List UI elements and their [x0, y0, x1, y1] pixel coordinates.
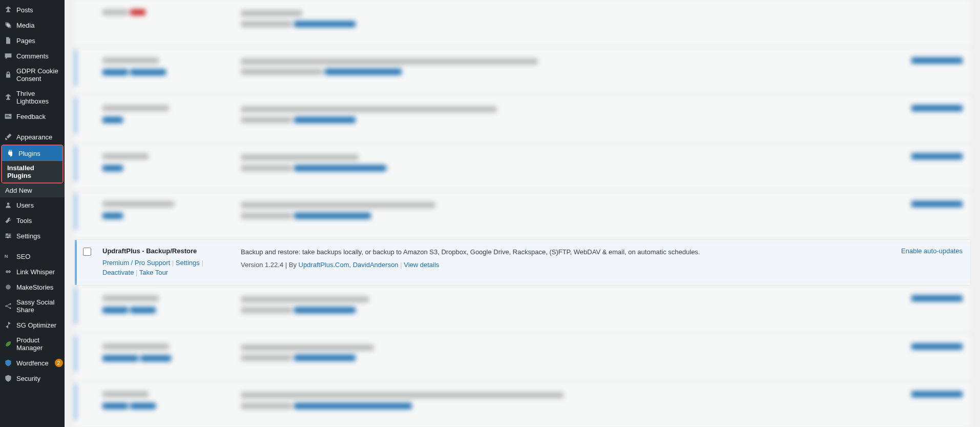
share-icon [4, 302, 12, 310]
sidebar-label: GDPR Cookie Consent [16, 67, 60, 83]
svg-point-12 [9, 303, 11, 304]
sidebar-label: MakeStories [16, 283, 53, 291]
svg-point-13 [5, 305, 7, 307]
seo-icon: N [4, 252, 12, 260]
sidebar-label: Tools [16, 217, 32, 225]
users-icon [4, 201, 12, 209]
plugin-action-deactivate[interactable]: Deactivate [102, 269, 134, 276]
leaf-icon [4, 340, 12, 348]
link-icon [4, 268, 12, 276]
sidebar-label: Users [16, 201, 34, 209]
plugins-table: UpdraftPlus - Backup/Restore Premium / P… [65, 0, 980, 427]
sidebar-label: Link Whisper [16, 268, 55, 276]
sidebar-label: Security [16, 375, 40, 382]
sidebar-item-plugins[interactable]: Plugins [2, 146, 62, 161]
pin-icon [4, 93, 12, 101]
svg-point-3 [7, 202, 10, 205]
sidebar-item-productmanager[interactable]: Product Manager [0, 333, 65, 355]
svg-rect-1 [6, 115, 9, 116]
plugin-action-settings[interactable]: Settings [176, 259, 200, 267]
sidebar-item-sgoptimizer[interactable]: SG Optimizer [0, 317, 65, 333]
pin-icon [4, 6, 12, 14]
sidebar-item-comments[interactable]: Comments [0, 48, 65, 64]
comment-icon [4, 52, 12, 60]
security-icon [4, 374, 12, 382]
settings-icon [4, 232, 12, 240]
sidebar-label: Wordfence [16, 359, 49, 367]
sidebar-item-settings[interactable]: Settings [0, 228, 65, 243]
svg-rect-2 [6, 116, 11, 117]
sidebar-item-appearance[interactable]: Appearance [0, 129, 65, 145]
plugin-author-link[interactable]: UpdraftPlus.Com, DavidAnderson [299, 261, 399, 269]
tools-icon [4, 216, 12, 225]
sidebar-subitem-addnew[interactable]: Add New [0, 184, 65, 197]
plugin-action-premium[interactable]: Premium / Pro Support [102, 259, 170, 267]
sidebar-label: Thrive Lightboxes [16, 90, 60, 105]
plugin-icon [6, 149, 14, 157]
svg-text:N: N [5, 253, 8, 259]
sidebar-item-sassy[interactable]: Sassy Social Share [0, 295, 65, 317]
svg-point-14 [9, 307, 11, 309]
plugin-action-taketour[interactable]: Take Tour [139, 269, 168, 276]
sidebar-label: Sassy Social Share [16, 298, 60, 314]
plugin-view-details[interactable]: View details [404, 261, 439, 269]
plugin-description: Backup and restore: take backups locally… [241, 247, 878, 258]
plugin-row-blurred [75, 95, 970, 144]
sidebar-label: Pages [16, 37, 35, 45]
sidebar-label: Posts [16, 6, 33, 14]
sidebar-label: Settings [16, 232, 40, 240]
plugin-row-blurred [75, 144, 970, 192]
svg-point-7 [6, 233, 8, 235]
sidebar-item-makestories[interactable]: MakeStories [0, 279, 65, 295]
sidebar-label: Appearance [16, 133, 52, 141]
sidebar-label: Product Manager [16, 336, 60, 352]
shield-icon [4, 359, 12, 367]
sidebar-label: Comments [16, 52, 49, 60]
lock-icon [4, 71, 12, 79]
sidebar-label: SEO [16, 253, 30, 260]
enable-auto-updates-link[interactable]: Enable auto-updates [901, 247, 963, 255]
plugin-row-blurred [75, 0, 970, 48]
svg-rect-11 [7, 271, 10, 272]
plugin-row-blurred [75, 381, 970, 427]
sidebar-label: Feedback [16, 113, 46, 120]
stories-icon [4, 283, 12, 291]
plugin-checkbox[interactable] [83, 248, 91, 256]
plugins-highlight: Plugins Installed Plugins [1, 145, 64, 184]
sidebar-item-posts[interactable]: Posts [0, 2, 65, 17]
plugin-row-blurred [75, 48, 970, 96]
sidebar-item-wordfence[interactable]: Wordfence 2 [0, 355, 65, 371]
admin-sidebar: Posts Media Pages Comments GDPR Cookie C… [0, 0, 65, 427]
sidebar-subitem-installed[interactable]: Installed Plugins [2, 161, 62, 182]
plugin-name: UpdraftPlus - Backup/Restore [102, 247, 231, 255]
sidebar-item-media[interactable]: Media [0, 17, 65, 33]
svg-point-8 [9, 235, 10, 236]
plugin-action-links: Premium / Pro Support | Settings | Deact… [102, 258, 231, 278]
sidebar-label: SG Optimizer [16, 321, 56, 329]
sidebar-label: Plugins [18, 150, 40, 157]
media-icon [4, 21, 12, 29]
plugin-row-blurred [75, 191, 970, 239]
sidebar-item-linkwhisper[interactable]: Link Whisper [0, 264, 65, 279]
feedback-icon [4, 112, 12, 120]
plugin-version: Version 1.22.4 | By [241, 261, 299, 269]
sidebar-item-security[interactable]: Security [0, 371, 65, 386]
optimize-icon [4, 321, 12, 329]
sidebar-item-tools[interactable]: Tools [0, 213, 65, 228]
sidebar-item-pages[interactable]: Pages [0, 33, 65, 48]
plugin-row-blurred [75, 334, 970, 382]
page-icon [4, 36, 12, 45]
sidebar-item-feedback[interactable]: Feedback [0, 109, 65, 124]
plugin-row-updraftplus: UpdraftPlus - Backup/Restore Premium / P… [75, 239, 970, 286]
sidebar-label: Media [16, 22, 34, 29]
plugin-row-blurred [75, 286, 970, 334]
badge-count: 2 [55, 359, 63, 367]
brush-icon [4, 133, 12, 141]
sidebar-item-users[interactable]: Users [0, 197, 65, 213]
sidebar-item-seo[interactable]: N SEO [0, 249, 65, 264]
sidebar-item-thrive[interactable]: Thrive Lightboxes [0, 86, 65, 109]
svg-point-9 [7, 237, 9, 238]
sidebar-item-gdpr[interactable]: GDPR Cookie Consent [0, 64, 65, 86]
